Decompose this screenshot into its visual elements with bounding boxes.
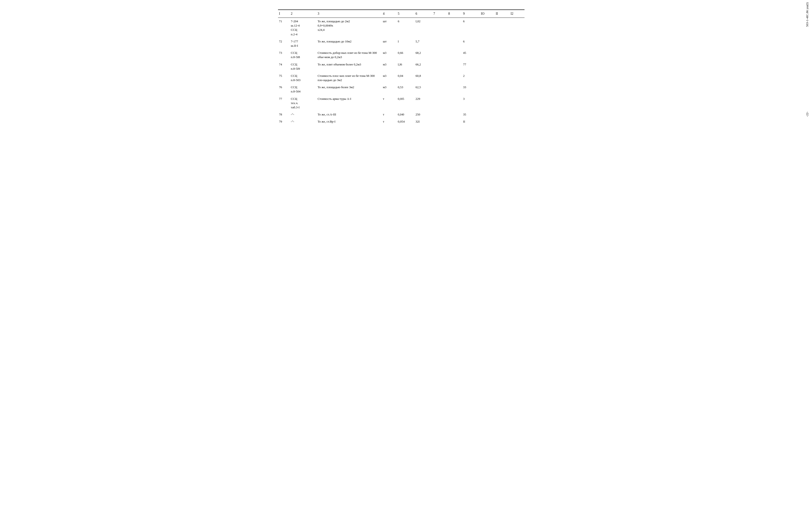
row-col10 xyxy=(480,111,495,118)
row-col9: 6 xyxy=(462,38,480,49)
row-col12 xyxy=(510,84,524,95)
col-header-10: IO xyxy=(480,10,495,18)
row-col11 xyxy=(495,18,510,38)
row-id: 74 xyxy=(278,61,290,72)
col-header-6: 6 xyxy=(415,10,432,18)
row-col12 xyxy=(510,118,524,126)
row-col12 xyxy=(510,38,524,49)
row-col11 xyxy=(495,38,510,49)
side-label-top: 503-1-4IС.86 уш(I) xyxy=(806,2,809,27)
row-col12 xyxy=(510,111,524,118)
row-unit: м3 xyxy=(382,72,397,84)
row-col11 xyxy=(495,72,510,84)
row-col9: 77 xyxy=(462,61,480,72)
row-desc: То же, площадью более 3м2 xyxy=(317,84,382,95)
row-col10 xyxy=(480,38,495,49)
header-row: I 2 3 4 5 6 7 8 9 IO II I2 xyxy=(278,10,524,18)
row-col10 xyxy=(480,84,495,95)
col-header-12: I2 xyxy=(510,10,524,18)
row-desc: То же, площадью до 2м20,9+0,0049хх24,4 xyxy=(317,18,382,38)
row-col6: I,02 xyxy=(415,18,432,38)
table-row: 74ССЦп.8-5I9То же, плит объемом более 0,… xyxy=(278,61,524,72)
table-row: 727-177ш.II-IТо же, площадью до 10м2штI5… xyxy=(278,38,524,49)
row-col8 xyxy=(447,84,462,95)
row-col7 xyxy=(433,118,448,126)
row-ref: ССЦп.8-503 xyxy=(290,72,317,84)
row-col7 xyxy=(433,84,448,95)
col-header-2: 2 xyxy=(290,10,317,18)
row-col5: 0,0I5 xyxy=(397,95,415,111)
page-container: I 2 3 4 5 6 7 8 9 IO II I2 717- xyxy=(269,0,529,136)
row-unit: м3 xyxy=(382,49,397,61)
row-col5: I xyxy=(397,38,415,49)
row-col7 xyxy=(433,61,448,72)
row-col11 xyxy=(495,95,510,111)
row-desc: Стоимость плос-ких плит из бе-тона М-300… xyxy=(317,72,382,84)
row-col7 xyxy=(433,18,448,38)
table-row: 73ССЦп.8-5I8Стоимость добор-ных плит из … xyxy=(278,49,524,61)
row-col9: 33 xyxy=(462,84,480,95)
col-header-4: 4 xyxy=(382,10,397,18)
row-col9: 6 xyxy=(462,18,480,38)
row-col11 xyxy=(495,118,510,126)
table-wrapper: I 2 3 4 5 6 7 8 9 IO II I2 717- xyxy=(278,10,524,126)
row-col6: 250 xyxy=(415,111,432,118)
row-unit: т xyxy=(382,95,397,111)
page-outer: I 2 3 4 5 6 7 8 9 IO II I2 717- xyxy=(0,0,812,136)
row-col6: 60,8 xyxy=(415,72,432,84)
row-col5: 0,I40 xyxy=(397,111,415,118)
row-col6: 32I xyxy=(415,118,432,126)
row-col12 xyxy=(510,95,524,111)
row-col5: I,I6 xyxy=(397,61,415,72)
row-desc: То же, ст.Вр-I xyxy=(317,118,382,126)
row-col12 xyxy=(510,18,524,38)
row-col10 xyxy=(480,18,495,38)
row-id: 79 xyxy=(278,118,290,126)
row-ref: ССЦп.8-5I8 xyxy=(290,49,317,61)
row-id: 73 xyxy=(278,49,290,61)
row-id: 76 xyxy=(278,84,290,95)
row-id: 71 xyxy=(278,18,290,38)
row-ref: 7-177ш.II-I xyxy=(290,38,317,49)
row-col5: 0,04 xyxy=(397,72,415,84)
row-id: 75 xyxy=(278,72,290,84)
col-header-7: 7 xyxy=(433,10,448,18)
col-header-11: II xyxy=(495,10,510,18)
row-ref: ССЦтех.ч.таб.3-I xyxy=(290,95,317,111)
row-col10 xyxy=(480,95,495,111)
row-ref: -"- xyxy=(290,118,317,126)
row-col8 xyxy=(447,118,462,126)
row-ref: -"- xyxy=(290,111,317,118)
row-col10 xyxy=(480,49,495,61)
row-col6: 5,7 xyxy=(415,38,432,49)
row-id: 78 xyxy=(278,111,290,118)
row-unit: шт xyxy=(382,18,397,38)
row-col8 xyxy=(447,111,462,118)
row-desc: Стоимость добор-ных плит из бе-тона М-30… xyxy=(317,49,382,61)
row-col11 xyxy=(495,84,510,95)
row-col8 xyxy=(447,38,462,49)
table-row: 78-"-То же, ст.А-IIIт0,I4025035 xyxy=(278,111,524,118)
row-col9: 45 xyxy=(462,49,480,61)
row-unit: т xyxy=(382,118,397,126)
row-unit: т xyxy=(382,111,397,118)
row-col5: 0,66 xyxy=(397,49,415,61)
row-col11 xyxy=(495,49,510,61)
row-col6: 66,2 xyxy=(415,61,432,72)
row-ref: ССЦп.8-504 xyxy=(290,84,317,95)
row-col7 xyxy=(433,49,448,61)
row-col9: 35 xyxy=(462,111,480,118)
row-col8 xyxy=(447,61,462,72)
row-col12 xyxy=(510,61,524,72)
row-col12 xyxy=(510,72,524,84)
row-col7 xyxy=(433,95,448,111)
row-col12 xyxy=(510,49,524,61)
row-col9: 3 xyxy=(462,95,480,111)
col-header-8: 8 xyxy=(447,10,462,18)
col-header-3: 3 xyxy=(317,10,382,18)
table-row: 77ССЦтех.ч.таб.3-IСтоимость арма-туры А-… xyxy=(278,95,524,111)
row-col5: 0,054 xyxy=(397,118,415,126)
table-row: 79-"-То же, ст.Вр-Iт0,05432III xyxy=(278,118,524,126)
col-header-5: 5 xyxy=(397,10,415,18)
row-col10 xyxy=(480,118,495,126)
